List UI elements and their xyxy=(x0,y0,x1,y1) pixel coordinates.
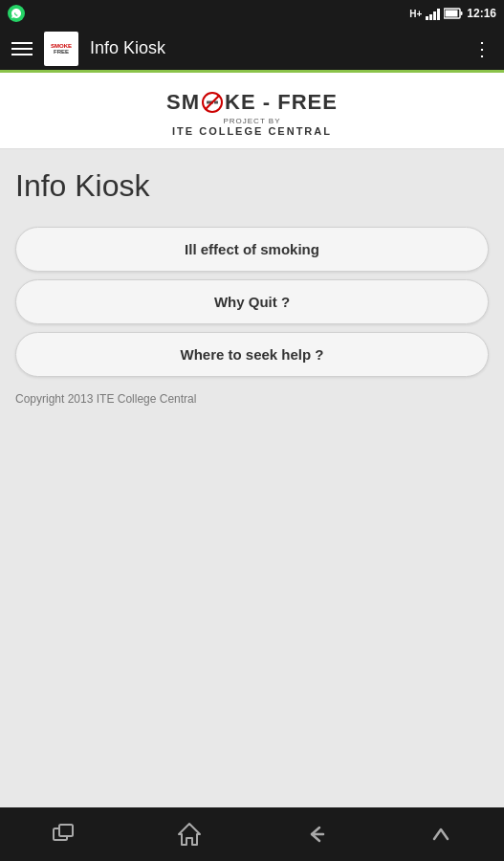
expand-icon xyxy=(428,822,453,847)
back-icon xyxy=(302,822,327,847)
smoke-free-logo: SM KE - FREE PROJECT BY ITE COLLEGE CENT… xyxy=(166,90,338,137)
free-text: KE xyxy=(225,90,256,115)
dash-text: - FREE xyxy=(256,90,338,115)
status-bar-right: H+ 12:16 xyxy=(409,7,496,20)
signal-icon xyxy=(426,7,440,20)
battery-icon xyxy=(444,8,463,19)
copyright-text: Copyright 2013 ITE College Central xyxy=(15,392,489,406)
main-content: Info Kiosk Ill effect of smoking Why Qui… xyxy=(0,149,504,807)
svg-rect-7 xyxy=(59,825,73,836)
smoke-free-title: SM KE - FREE xyxy=(166,90,338,115)
home-button[interactable] xyxy=(161,815,218,853)
nav-bar: SMOKEFREE Info Kiosk ⋮ xyxy=(0,27,504,73)
back-button[interactable] xyxy=(286,815,343,853)
status-time: 12:16 xyxy=(467,7,496,20)
page-title: Info Kiosk xyxy=(15,168,489,204)
project-by-text: PROJECT BY xyxy=(166,117,338,125)
home-icon xyxy=(177,822,202,847)
hamburger-menu-button[interactable] xyxy=(11,42,33,55)
smoke-text: SM xyxy=(166,90,200,115)
svg-rect-1 xyxy=(461,11,463,15)
app-logo: SMOKEFREE xyxy=(44,32,78,66)
more-options-button[interactable]: ⋮ xyxy=(472,37,493,60)
network-type: H+ xyxy=(409,9,422,19)
seek-help-button[interactable]: Where to seek help ? xyxy=(15,332,489,377)
svg-rect-2 xyxy=(446,11,458,17)
header-logo-area: SM KE - FREE PROJECT BY ITE COLLEGE CENT… xyxy=(0,73,504,149)
no-smoking-icon xyxy=(202,92,223,113)
recent-apps-icon xyxy=(52,823,75,846)
status-bar: H+ 12:16 xyxy=(0,0,504,27)
ill-effect-button[interactable]: Ill effect of smoking xyxy=(15,227,489,272)
recent-apps-button[interactable] xyxy=(34,815,92,853)
why-quit-button[interactable]: Why Quit ? xyxy=(15,279,489,324)
whatsapp-icon xyxy=(8,5,25,22)
ite-college-text: ITE COLLEGE CENTRAL xyxy=(166,125,338,137)
status-bar-left xyxy=(8,5,25,22)
nav-title: Info Kiosk xyxy=(90,38,461,58)
bottom-nav xyxy=(0,807,504,861)
expand-button[interactable] xyxy=(412,815,470,853)
svg-marker-8 xyxy=(179,824,200,845)
